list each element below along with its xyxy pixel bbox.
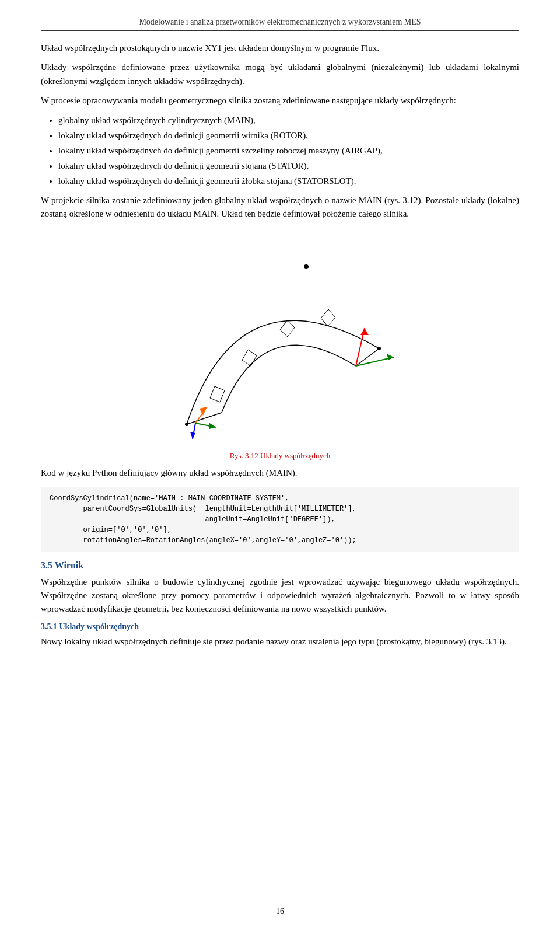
paragraph-7: Nowy lokalny układ współrzędnych definiu…	[41, 635, 519, 648]
code-block-main: CoordSysCylindrical(name='MAIN : MAIN CO…	[41, 487, 519, 552]
code-text: CoordSysCylindrical(name='MAIN : MAIN CO…	[50, 494, 356, 545]
paragraph-3-intro: W procesie opracowywania modelu geometry…	[41, 94, 519, 107]
diagram-svg	[134, 232, 426, 448]
list-item-rotor: lokalny układ współrzędnych do definicji…	[58, 128, 519, 142]
list-item-main: globalny układ współrzędnych cylindryczn…	[58, 113, 519, 127]
paragraph-2: Układy współrzędne definiowane przez uży…	[41, 61, 519, 88]
paragraph-6: Współrzędne punktów silnika o budowie cy…	[41, 575, 519, 616]
paragraph-4: W projekcie silnika zostanie zdefiniowan…	[41, 194, 519, 221]
page-number: 16	[0, 907, 560, 916]
svg-point-14	[185, 423, 188, 426]
header-title: Modelowanie i analiza przetworników elek…	[139, 18, 421, 26]
coordinate-systems-list: globalny układ współrzędnych cylindryczn…	[58, 113, 519, 188]
list-item-airgap: lokalny układ współrzędnych do definicji…	[58, 144, 519, 158]
list-item-statorslot: lokalny układ współrzędnych do definicji…	[58, 174, 519, 188]
paragraph-1: Układ współrzędnych prostokątnych o nazw…	[41, 41, 519, 55]
paragraph-5: Kod w języku Python definiujący główny u…	[41, 466, 519, 480]
page: Modelowanie i analiza przetworników elek…	[0, 0, 560, 928]
svg-point-15	[377, 347, 381, 350]
figure-312: Rys. 3.12 Układy współrzędnych	[41, 232, 519, 460]
svg-point-3	[304, 264, 309, 269]
list-item-stator: lokalny układ współrzędnych do definicji…	[58, 159, 519, 173]
svg-rect-0	[134, 232, 426, 448]
figure-caption-312: Rys. 3.12 Układy współrzędnych	[41, 451, 519, 460]
section-35-title: 3.5 Wirnik	[41, 560, 519, 571]
section-351-title: 3.5.1 Układy współrzędnych	[41, 622, 519, 632]
page-header: Modelowanie i analiza przetworników elek…	[41, 18, 519, 31]
